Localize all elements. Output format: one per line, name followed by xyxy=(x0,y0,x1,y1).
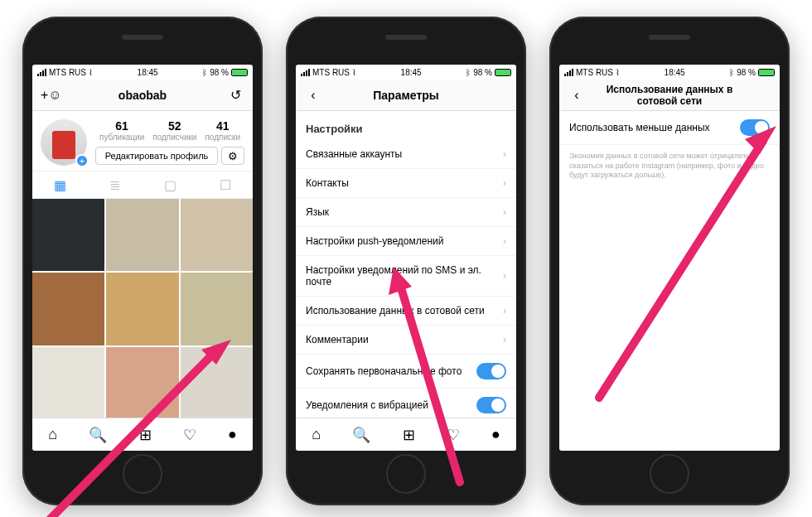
stat-posts[interactable]: 61публикации xyxy=(99,119,144,142)
settings-row[interactable]: Связанные аккаунты› xyxy=(296,140,516,169)
chevron-right-icon: › xyxy=(503,206,506,218)
row-label: Сохранять первоначальные фото xyxy=(306,365,462,377)
nav-search-icon[interactable]: 🔍 xyxy=(352,426,370,444)
clock: 18:45 xyxy=(138,68,158,77)
gear-icon: ⚙ xyxy=(228,150,238,162)
phone-3: MTS RUS⌇ 18:45 ᛒ98 % ‹ Использование дан… xyxy=(549,17,790,505)
settings-list: Настройки Связанные аккаунты›Контакты›Яз… xyxy=(296,111,516,418)
data-usage-list: Использовать меньше данных Экономия данн… xyxy=(559,111,780,451)
row-label: Настройки push-уведомлений xyxy=(306,235,443,247)
row-use-less-data[interactable]: Использовать меньше данных xyxy=(559,111,780,145)
row-label: Комментарии xyxy=(306,334,369,345)
nav-profile-icon[interactable]: ● xyxy=(228,426,237,443)
chevron-right-icon: › xyxy=(503,334,506,345)
photo-cell[interactable] xyxy=(106,347,178,418)
switch-toggle[interactable] xyxy=(476,397,506,413)
settings-header: ‹ Параметры xyxy=(296,80,516,111)
history-icon[interactable]: ↺ xyxy=(226,87,244,103)
status-bar: MTS RUS⌇ 18:45 ᛒ98 % xyxy=(32,65,253,80)
status-bar: MTS RUS⌇ 18:45 ᛒ98 % xyxy=(296,65,516,80)
chevron-right-icon: › xyxy=(503,270,506,282)
nav-activity-icon[interactable]: ♡ xyxy=(447,426,460,444)
row-label: Контакты xyxy=(306,177,349,189)
stat-following[interactable]: 41подписки xyxy=(205,119,240,142)
chevron-right-icon: › xyxy=(503,177,506,189)
phone-2: MTS RUS⌇ 18:45 ᛒ98 % ‹ Параметры Настрой… xyxy=(286,17,526,505)
row-label: Связанные аккаунты xyxy=(306,148,402,160)
settings-toggle-row[interactable]: Уведомления с вибрацией xyxy=(296,389,516,418)
settings-title: Параметры xyxy=(322,89,490,102)
back-icon[interactable]: ‹ xyxy=(304,88,322,103)
row-label: Настройки уведомлений по SMS и эл. почте xyxy=(306,264,503,287)
photo-cell[interactable] xyxy=(32,199,104,271)
data-usage-title: Использование данных в сотовой сети xyxy=(586,84,753,107)
stats-row: 61публикации 52подписчики 41подписки xyxy=(95,119,244,142)
switch-toggle[interactable] xyxy=(476,363,506,379)
screen-settings: MTS RUS⌇ 18:45 ᛒ98 % ‹ Параметры Настрой… xyxy=(296,65,516,451)
photo-cell[interactable] xyxy=(106,273,178,345)
back-icon[interactable]: ‹ xyxy=(568,88,586,103)
data-usage-header: ‹ Использование данных в сотовой сети xyxy=(559,80,780,111)
photo-cell[interactable] xyxy=(106,199,178,271)
nav-home-icon[interactable]: ⌂ xyxy=(48,426,57,443)
settings-gear-button[interactable]: ⚙ xyxy=(221,147,244,165)
profile-summary: + 61публикации 52подписчики 41подписки Р… xyxy=(32,111,253,171)
photo-cell[interactable] xyxy=(32,273,104,345)
nav-profile-icon[interactable]: ● xyxy=(491,426,500,443)
profile-tabs: ▦ ≣ ▢ ☐ xyxy=(32,171,253,199)
phone-1: MTS RUS⌇ 18:45 ᛒ98 % +☺ obaobab ↺ + 61пу… xyxy=(22,17,263,505)
stat-followers[interactable]: 52подписчики xyxy=(152,119,196,142)
use-less-data-label: Использовать меньше данных xyxy=(569,122,710,133)
battery-icon xyxy=(231,69,248,76)
battery-pct: 98 % xyxy=(210,68,229,77)
screen-data-usage: MTS RUS⌇ 18:45 ᛒ98 % ‹ Использование дан… xyxy=(559,65,780,451)
username-title[interactable]: obaobab xyxy=(59,89,226,102)
nav-activity-icon[interactable]: ♡ xyxy=(183,426,196,444)
bottom-nav: ⌂ 🔍 ⊞ ♡ ● xyxy=(32,418,253,451)
tab-grid[interactable]: ▦ xyxy=(32,172,88,198)
screen-profile: MTS RUS⌇ 18:45 ᛒ98 % +☺ obaobab ↺ + 61пу… xyxy=(32,65,253,451)
chevron-right-icon: › xyxy=(503,235,506,247)
section-settings: Настройки xyxy=(296,111,516,140)
photo-grid xyxy=(32,199,253,418)
settings-row[interactable]: Настройки push-уведомлений› xyxy=(296,227,516,256)
chevron-right-icon: › xyxy=(503,305,506,316)
tab-list[interactable]: ≣ xyxy=(88,172,143,198)
nav-search-icon[interactable]: 🔍 xyxy=(89,426,107,444)
signal-icon xyxy=(37,69,46,76)
settings-row[interactable]: Использование данных в сотовой сети› xyxy=(296,297,516,326)
carrier-label: MTS RUS xyxy=(49,68,86,77)
nav-add-icon[interactable]: ⊞ xyxy=(403,426,415,444)
photo-cell[interactable] xyxy=(181,199,253,271)
row-label: Использование данных в сотовой сети xyxy=(306,305,485,316)
settings-toggle-row[interactable]: Сохранять первоначальные фото xyxy=(296,355,516,389)
settings-row[interactable]: Настройки уведомлений по SMS и эл. почте… xyxy=(296,256,516,297)
nav-home-icon[interactable]: ⌂ xyxy=(312,426,321,443)
photo-cell[interactable] xyxy=(32,347,104,418)
edit-profile-button[interactable]: Редактировать профиль xyxy=(95,147,218,165)
tab-saved[interactable]: ☐ xyxy=(198,172,254,198)
settings-row[interactable]: Язык› xyxy=(296,198,516,227)
add-friend-icon[interactable]: +☺ xyxy=(41,88,59,103)
row-label: Уведомления с вибрацией xyxy=(306,399,428,411)
avatar[interactable]: + xyxy=(41,119,87,166)
row-label: Язык xyxy=(306,206,329,218)
chevron-right-icon: › xyxy=(503,148,506,160)
tab-tagged[interactable]: ▢ xyxy=(143,172,198,198)
use-less-data-toggle[interactable] xyxy=(740,119,770,136)
settings-row[interactable]: Комментарии› xyxy=(296,326,516,355)
bottom-nav: ⌂ 🔍 ⊞ ♡ ● xyxy=(296,418,516,451)
status-bar: MTS RUS⌇ 18:45 ᛒ98 % xyxy=(559,65,780,80)
nav-add-icon[interactable]: ⊞ xyxy=(139,426,152,444)
profile-header: +☺ obaobab ↺ xyxy=(32,80,253,111)
photo-cell[interactable] xyxy=(181,273,253,345)
settings-row[interactable]: Контакты› xyxy=(296,169,516,198)
bluetooth-icon: ᛒ xyxy=(202,68,207,77)
data-usage-help: Экономия данных в сотовой сети может отр… xyxy=(559,145,780,181)
add-story-icon[interactable]: + xyxy=(75,154,89,167)
wifi-icon: ⌇ xyxy=(89,68,93,77)
photo-cell[interactable] xyxy=(181,347,253,418)
